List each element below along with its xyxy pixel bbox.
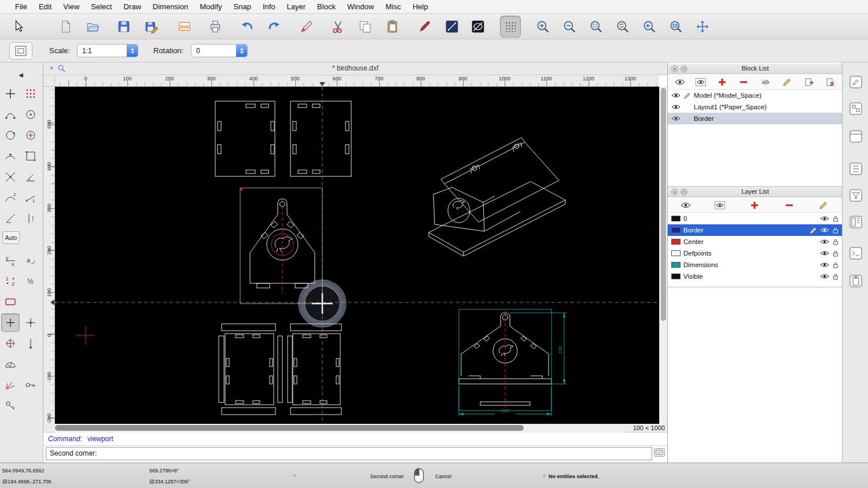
lock-icon[interactable] (832, 273, 839, 280)
scale-combobox[interactable]: 1:1 (77, 44, 138, 57)
redo-button[interactable] (264, 16, 285, 38)
relative-zero-marker-button[interactable] (21, 313, 40, 332)
lock-icon[interactable] (832, 238, 839, 246)
undo-button[interactable] (237, 16, 258, 38)
restrict-nothing-button[interactable] (1, 293, 20, 311)
lock-icon[interactable] (832, 261, 839, 269)
selection-arrow-button[interactable] (9, 16, 30, 38)
zoom-in-button[interactable] (532, 16, 553, 38)
layer-toggle-visibility-button[interactable] (712, 199, 727, 211)
snap-middle-button[interactable] (1, 147, 20, 165)
snap-entity-point-button[interactable] (21, 126, 40, 145)
pen-edit-button[interactable] (414, 16, 435, 38)
menu-edit[interactable]: Edit (33, 0, 57, 14)
angle-event-button[interactable]: a (21, 251, 40, 269)
command-input[interactable]: Second corner: (46, 447, 652, 460)
layer-row-0[interactable]: 0 (668, 213, 843, 224)
layer-row-dimensions[interactable]: Dimensions (668, 259, 843, 271)
order-one-two-button[interactable]: 12 (1, 272, 20, 290)
eye-icon[interactable] (820, 227, 829, 233)
menu-window[interactable]: Window (341, 0, 380, 14)
save-button[interactable] (113, 16, 134, 38)
zoom-previous-button[interactable] (639, 16, 660, 38)
lock-relative-zero-button[interactable] (21, 376, 40, 394)
dock-command-widget-button[interactable] (845, 243, 866, 264)
dock-filter-button[interactable] (845, 185, 866, 206)
remove-block-button[interactable] (736, 76, 751, 88)
zoom-auto-button[interactable] (586, 16, 606, 38)
dock-layer-list-button[interactable] (845, 158, 866, 179)
menu-modify[interactable]: Modify (194, 0, 227, 14)
add-layer-button[interactable] (747, 199, 762, 211)
open-file-button[interactable] (82, 16, 103, 38)
menu-view[interactable]: View (57, 0, 85, 14)
snap-distance-button[interactable] (21, 147, 40, 165)
insert-block-button[interactable] (801, 76, 816, 88)
snap-auto-button[interactable]: Auto (2, 231, 20, 244)
rotation-combobox[interactable]: 0 (191, 44, 248, 57)
layer-visibility-button[interactable] (678, 199, 693, 211)
cut-button[interactable] (328, 16, 348, 38)
snap-free-button[interactable] (1, 84, 20, 103)
angle-rays-button[interactable] (1, 376, 20, 394)
save-as-button[interactable] (141, 16, 162, 38)
dock-pen-palette-button[interactable] (845, 72, 866, 93)
key-tool-button[interactable] (1, 397, 20, 415)
protractor-button[interactable] (1, 355, 20, 374)
snap-distance-manual-button[interactable]: 2 (1, 188, 20, 207)
menu-layer[interactable]: Layer (281, 0, 312, 14)
print-preview-button[interactable] (205, 16, 226, 38)
menu-block[interactable]: Block (311, 0, 341, 14)
snap-center-button[interactable] (21, 105, 40, 124)
snap-intersection-button[interactable] (1, 168, 20, 186)
rename-block-button[interactable]: a|b (758, 76, 773, 88)
menu-dimension[interactable]: Dimension (147, 0, 194, 14)
set-relative-zero-button[interactable] (1, 313, 20, 332)
lock-icon[interactable] (832, 250, 839, 257)
horizontal-scrollbar-track[interactable] (55, 424, 625, 432)
svg-export-button[interactable]: SVG (174, 16, 195, 38)
block-toggle-visibility-button[interactable] (693, 76, 708, 88)
dock-window-button[interactable] (845, 126, 866, 147)
viewport-option-button[interactable] (9, 42, 32, 60)
eye-icon[interactable] (820, 216, 829, 221)
delete-block-button[interactable] (823, 76, 838, 88)
edit-block-button[interactable] (779, 76, 795, 88)
zoom-redraw-button[interactable] (612, 16, 633, 38)
snap-angle-button[interactable] (21, 168, 40, 186)
edit-layer-button[interactable] (816, 199, 831, 211)
menu-snap[interactable]: Snap (228, 0, 257, 14)
layer-row-border[interactable]: Border (668, 224, 843, 236)
menu-help[interactable]: Help (407, 0, 434, 14)
lock-icon[interactable] (832, 215, 839, 223)
vertical-scrollbar[interactable] (659, 87, 667, 424)
layer-row-center[interactable]: Center (668, 236, 843, 247)
scale-stepper[interactable] (127, 45, 138, 57)
restrict-warning-button[interactable]: ! (21, 209, 40, 228)
snap-point-line-button[interactable] (21, 334, 40, 353)
block-row-border[interactable]: Border (668, 113, 843, 124)
zoom-window-button[interactable] (665, 16, 686, 38)
lock-icon[interactable] (832, 227, 839, 234)
pen-icon[interactable] (810, 227, 817, 234)
drawing-canvas[interactable]: 220 230 (55, 87, 659, 424)
block-row-model[interactable]: Model (*Model_Space) (668, 90, 843, 101)
vertical-scrollbar-thumb[interactable] (661, 88, 666, 321)
eye-icon[interactable] (671, 104, 681, 110)
keyboard-toggle-button[interactable] (654, 448, 665, 457)
cad-drawing[interactable]: 220 230 (55, 87, 659, 424)
coordinate-event-button[interactable]: yx (1, 251, 20, 269)
grid-toggle-button[interactable] (500, 16, 521, 38)
eye-icon[interactable] (820, 239, 829, 245)
zoom-pan-button[interactable] (692, 16, 713, 38)
draft-mode-button[interactable] (468, 16, 488, 38)
menu-select[interactable]: Select (85, 0, 117, 14)
restrict-orthogonal-button[interactable] (1, 209, 20, 228)
snap-order-one-button[interactable]: 1 (21, 188, 40, 207)
eye-icon[interactable] (671, 116, 681, 121)
copy-button[interactable] (355, 16, 376, 38)
layer-row-visible[interactable]: Visible (668, 271, 843, 282)
dock-clipboard-button[interactable] (845, 271, 866, 291)
eye-icon[interactable] (671, 93, 681, 98)
remove-layer-button[interactable] (782, 199, 797, 211)
